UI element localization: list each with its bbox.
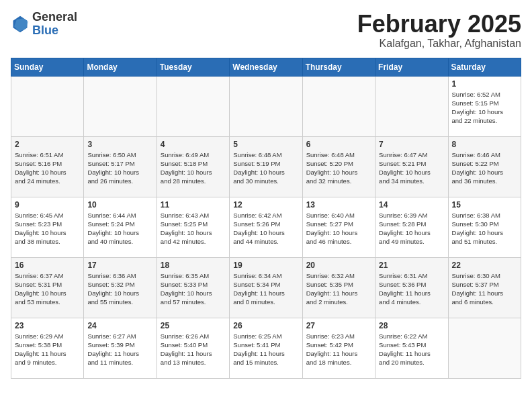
day-number: 1 (452, 79, 517, 89)
day-number: 5 (233, 140, 298, 149)
day-number: 15 (452, 200, 517, 210)
day-info: Sunrise: 6:30 AM Sunset: 5:37 PM Dayligh… (452, 271, 517, 307)
calendar-cell (375, 76, 448, 136)
calendar-cell: 6Sunrise: 6:48 AM Sunset: 5:20 PM Daylig… (302, 136, 375, 197)
calendar-cell (84, 76, 157, 136)
calendar-week-row: 23Sunrise: 6:29 AM Sunset: 5:38 PM Dayli… (11, 318, 521, 378)
calendar-cell: 22Sunrise: 6:30 AM Sunset: 5:37 PM Dayli… (448, 257, 521, 318)
day-number: 13 (306, 200, 371, 210)
day-number: 7 (379, 140, 444, 149)
title-area: February 2025 Kalafgan, Takhar, Afghanis… (357, 11, 521, 50)
calendar-cell: 25Sunrise: 6:26 AM Sunset: 5:40 PM Dayli… (157, 318, 229, 378)
logo-blue-text: Blue (32, 24, 58, 37)
calendar-cell: 14Sunrise: 6:39 AM Sunset: 5:28 PM Dayli… (375, 197, 448, 257)
location-title: Kalafgan, Takhar, Afghanistan (357, 38, 521, 50)
day-header-sunday: Sunday (11, 58, 84, 76)
day-number: 22 (452, 261, 517, 270)
calendar-cell: 2Sunrise: 6:51 AM Sunset: 5:16 PM Daylig… (11, 136, 84, 197)
day-number: 17 (87, 261, 152, 270)
day-number: 24 (87, 321, 152, 330)
calendar-cell: 12Sunrise: 6:42 AM Sunset: 5:26 PM Dayli… (230, 197, 302, 257)
day-info: Sunrise: 6:44 AM Sunset: 5:24 PM Dayligh… (87, 211, 152, 246)
day-info: Sunrise: 6:42 AM Sunset: 5:26 PM Dayligh… (233, 211, 298, 246)
calendar-cell (230, 76, 302, 136)
day-number: 23 (15, 321, 80, 330)
logo-icon (11, 15, 30, 34)
calendar-cell: 27Sunrise: 6:23 AM Sunset: 5:42 PM Dayli… (302, 318, 375, 378)
header: General Blue February 2025 Kalafgan, Tak… (11, 11, 521, 50)
calendar-cell: 10Sunrise: 6:44 AM Sunset: 5:24 PM Dayli… (84, 197, 157, 257)
calendar-cell: 24Sunrise: 6:27 AM Sunset: 5:39 PM Dayli… (84, 318, 157, 378)
calendar-cell: 1Sunrise: 6:52 AM Sunset: 5:15 PM Daylig… (448, 76, 521, 136)
day-number: 21 (379, 261, 444, 270)
calendar-header-row: SundayMondayTuesdayWednesdayThursdayFrid… (11, 58, 521, 76)
calendar-cell: 18Sunrise: 6:35 AM Sunset: 5:33 PM Dayli… (157, 257, 229, 318)
logo-general-text: General (32, 10, 77, 24)
day-info: Sunrise: 6:40 AM Sunset: 5:27 PM Dayligh… (306, 211, 371, 246)
calendar-cell (448, 318, 521, 378)
day-info: Sunrise: 6:45 AM Sunset: 5:23 PM Dayligh… (15, 211, 80, 246)
day-number: 9 (15, 200, 80, 210)
day-info: Sunrise: 6:23 AM Sunset: 5:42 PM Dayligh… (306, 332, 371, 367)
day-header-saturday: Saturday (448, 58, 521, 76)
day-info: Sunrise: 6:29 AM Sunset: 5:38 PM Dayligh… (15, 332, 80, 367)
day-number: 27 (306, 321, 371, 330)
calendar-cell: 26Sunrise: 6:25 AM Sunset: 5:41 PM Dayli… (230, 318, 302, 378)
day-info: Sunrise: 6:51 AM Sunset: 5:16 PM Dayligh… (15, 150, 80, 186)
calendar-cell: 9Sunrise: 6:45 AM Sunset: 5:23 PM Daylig… (11, 197, 84, 257)
day-info: Sunrise: 6:50 AM Sunset: 5:17 PM Dayligh… (87, 150, 152, 186)
calendar-cell: 7Sunrise: 6:47 AM Sunset: 5:21 PM Daylig… (375, 136, 448, 197)
calendar-cell: 11Sunrise: 6:43 AM Sunset: 5:25 PM Dayli… (157, 197, 229, 257)
day-number: 20 (306, 261, 371, 270)
day-info: Sunrise: 6:46 AM Sunset: 5:22 PM Dayligh… (452, 150, 517, 186)
day-number: 19 (233, 261, 298, 270)
day-number: 10 (87, 200, 152, 210)
day-info: Sunrise: 6:25 AM Sunset: 5:41 PM Dayligh… (233, 332, 298, 367)
calendar-cell: 19Sunrise: 6:34 AM Sunset: 5:34 PM Dayli… (230, 257, 302, 318)
day-info: Sunrise: 6:52 AM Sunset: 5:15 PM Dayligh… (452, 90, 517, 126)
day-info: Sunrise: 6:38 AM Sunset: 5:30 PM Dayligh… (452, 211, 517, 246)
calendar-cell: 21Sunrise: 6:31 AM Sunset: 5:36 PM Dayli… (375, 257, 448, 318)
logo: General Blue (11, 11, 77, 38)
day-info: Sunrise: 6:35 AM Sunset: 5:33 PM Dayligh… (161, 271, 226, 307)
calendar-cell (11, 76, 84, 136)
day-number: 3 (87, 140, 152, 149)
month-title: February 2025 (357, 11, 521, 38)
calendar-cell: 16Sunrise: 6:37 AM Sunset: 5:31 PM Dayli… (11, 257, 84, 318)
calendar-cell: 15Sunrise: 6:38 AM Sunset: 5:30 PM Dayli… (448, 197, 521, 257)
calendar-week-row: 2Sunrise: 6:51 AM Sunset: 5:16 PM Daylig… (11, 136, 521, 197)
day-info: Sunrise: 6:43 AM Sunset: 5:25 PM Dayligh… (161, 211, 226, 246)
day-info: Sunrise: 6:48 AM Sunset: 5:19 PM Dayligh… (233, 150, 298, 186)
day-header-monday: Monday (84, 58, 157, 76)
calendar-cell: 4Sunrise: 6:49 AM Sunset: 5:18 PM Daylig… (157, 136, 229, 197)
day-number: 25 (161, 321, 226, 330)
day-info: Sunrise: 6:34 AM Sunset: 5:34 PM Dayligh… (233, 271, 298, 307)
day-info: Sunrise: 6:47 AM Sunset: 5:21 PM Dayligh… (379, 150, 444, 186)
day-info: Sunrise: 6:37 AM Sunset: 5:31 PM Dayligh… (15, 271, 80, 307)
day-header-thursday: Thursday (302, 58, 375, 76)
calendar-table: SundayMondayTuesdayWednesdayThursdayFrid… (11, 58, 521, 379)
calendar-week-row: 16Sunrise: 6:37 AM Sunset: 5:31 PM Dayli… (11, 257, 521, 318)
day-header-friday: Friday (375, 58, 448, 76)
calendar-cell: 23Sunrise: 6:29 AM Sunset: 5:38 PM Dayli… (11, 318, 84, 378)
day-info: Sunrise: 6:49 AM Sunset: 5:18 PM Dayligh… (161, 150, 226, 186)
calendar-cell: 13Sunrise: 6:40 AM Sunset: 5:27 PM Dayli… (302, 197, 375, 257)
day-number: 18 (161, 261, 226, 270)
calendar-cell: 17Sunrise: 6:36 AM Sunset: 5:32 PM Dayli… (84, 257, 157, 318)
day-info: Sunrise: 6:26 AM Sunset: 5:40 PM Dayligh… (161, 332, 226, 367)
calendar-cell (157, 76, 229, 136)
day-info: Sunrise: 6:27 AM Sunset: 5:39 PM Dayligh… (87, 332, 152, 367)
day-number: 2 (15, 140, 80, 149)
day-number: 8 (452, 140, 517, 149)
day-info: Sunrise: 6:39 AM Sunset: 5:28 PM Dayligh… (379, 211, 444, 246)
day-number: 16 (15, 261, 80, 270)
day-number: 14 (379, 200, 444, 210)
day-info: Sunrise: 6:48 AM Sunset: 5:20 PM Dayligh… (306, 150, 371, 186)
day-info: Sunrise: 6:32 AM Sunset: 5:35 PM Dayligh… (306, 271, 371, 307)
day-number: 28 (379, 321, 444, 330)
day-number: 11 (161, 200, 226, 210)
day-number: 26 (233, 321, 298, 330)
day-number: 4 (161, 140, 226, 149)
calendar-cell: 20Sunrise: 6:32 AM Sunset: 5:35 PM Dayli… (302, 257, 375, 318)
calendar-cell: 5Sunrise: 6:48 AM Sunset: 5:19 PM Daylig… (230, 136, 302, 197)
